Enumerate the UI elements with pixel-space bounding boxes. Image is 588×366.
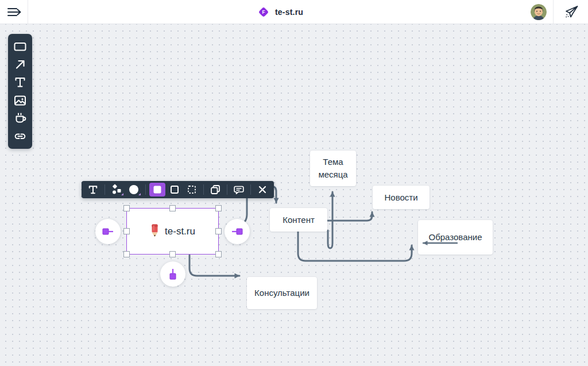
link-icon bbox=[13, 129, 27, 143]
toolbar-divider bbox=[227, 184, 227, 195]
node-novosti[interactable]: Новости bbox=[373, 186, 430, 209]
comment-button[interactable] bbox=[231, 183, 247, 197]
fill-solid-icon bbox=[152, 184, 163, 195]
text-icon bbox=[87, 184, 99, 195]
image-icon bbox=[13, 94, 27, 107]
handle-bottom-left[interactable] bbox=[123, 251, 130, 257]
fill-dashed-button[interactable] bbox=[184, 183, 200, 197]
toolbar-divider bbox=[145, 184, 146, 195]
arrow-up-right-icon bbox=[13, 57, 27, 71]
arrow-tool-button[interactable] bbox=[11, 56, 29, 72]
fill-dashed-icon bbox=[186, 184, 198, 195]
link-tool-button[interactable] bbox=[11, 128, 29, 144]
connect-bottom-button[interactable] bbox=[160, 261, 185, 287]
node-kontent[interactable]: Контент bbox=[270, 208, 327, 232]
handle-top-left[interactable] bbox=[123, 205, 130, 211]
selection-toolbar bbox=[82, 181, 274, 198]
dropdown-caret-icon bbox=[121, 193, 123, 195]
dropdown-caret-icon bbox=[138, 193, 141, 195]
sticker-tool-button[interactable] bbox=[11, 110, 29, 126]
handle-top-right[interactable] bbox=[215, 205, 222, 211]
node-label: Тема месяца bbox=[314, 156, 353, 181]
toolbar-divider bbox=[203, 184, 204, 195]
menu-button[interactable] bbox=[5, 3, 24, 21]
connect-right-button[interactable] bbox=[225, 219, 250, 244]
node-label: Новости bbox=[384, 191, 417, 204]
shape-picker-button[interactable] bbox=[109, 183, 125, 197]
node-label: Образование bbox=[429, 231, 482, 244]
fill-outline-button[interactable] bbox=[167, 183, 183, 197]
node-label: te-st.ru bbox=[165, 226, 195, 237]
node-label: Контент bbox=[283, 214, 315, 226]
top-bar: F te-st.ru bbox=[0, 0, 588, 24]
toolbar-divider bbox=[250, 184, 251, 195]
avatar[interactable] bbox=[531, 4, 547, 20]
left-toolbar bbox=[8, 34, 32, 149]
page-title: te-st.ru bbox=[275, 7, 303, 17]
handle-bottom-center[interactable] bbox=[169, 251, 176, 257]
close-icon bbox=[257, 184, 268, 195]
handle-mid-left[interactable] bbox=[123, 228, 130, 234]
text-icon bbox=[13, 75, 27, 89]
node-te-st-selected[interactable]: te-st.ru bbox=[126, 208, 219, 255]
text-tool-button[interactable] bbox=[11, 74, 29, 90]
avatar-image bbox=[531, 4, 547, 20]
handle-top-center[interactable] bbox=[169, 205, 176, 211]
fill-outline-icon bbox=[169, 184, 180, 195]
toolbar-divider bbox=[105, 184, 105, 195]
handle-mid-right[interactable] bbox=[215, 228, 222, 234]
image-tool-button[interactable] bbox=[11, 93, 29, 109]
topbar-divider-left bbox=[28, 0, 28, 24]
color-picker-button[interactable] bbox=[126, 183, 142, 197]
node-tema-mesyaca[interactable]: Тема месяца bbox=[310, 151, 356, 186]
diamond-logo-icon: F bbox=[257, 6, 270, 18]
duplicate-icon bbox=[210, 184, 221, 195]
topbar-divider-right bbox=[553, 0, 554, 24]
rectangle-tool-button[interactable] bbox=[11, 38, 29, 55]
connect-left-button[interactable] bbox=[95, 219, 121, 244]
paper-plane-icon bbox=[564, 5, 579, 20]
duplicate-button[interactable] bbox=[207, 183, 223, 197]
text-style-button[interactable] bbox=[85, 183, 101, 197]
node-obrazovanie[interactable]: Образование bbox=[418, 220, 493, 255]
connector-stub-right-icon bbox=[231, 228, 243, 235]
svg-text:F: F bbox=[262, 10, 265, 15]
connector-stub-bottom-icon bbox=[169, 268, 176, 280]
color-circle-icon bbox=[128, 184, 140, 195]
close-button[interactable] bbox=[254, 183, 270, 197]
fill-solid-button[interactable] bbox=[149, 183, 165, 197]
red-pencil-icon bbox=[150, 224, 160, 238]
node-label: Консультации bbox=[254, 287, 310, 299]
node-konsultacii[interactable]: Консультации bbox=[247, 277, 317, 309]
comment-icon bbox=[233, 184, 245, 195]
send-button[interactable] bbox=[562, 4, 581, 20]
cup-icon bbox=[13, 111, 27, 125]
connector-stub-left-icon bbox=[102, 228, 114, 235]
board-title[interactable]: F te-st.ru bbox=[257, 0, 303, 24]
handle-bottom-right[interactable] bbox=[215, 251, 222, 257]
shapes-icon bbox=[111, 184, 122, 195]
hamburger-arrow-icon bbox=[6, 6, 22, 18]
rectangle-icon bbox=[13, 40, 27, 53]
